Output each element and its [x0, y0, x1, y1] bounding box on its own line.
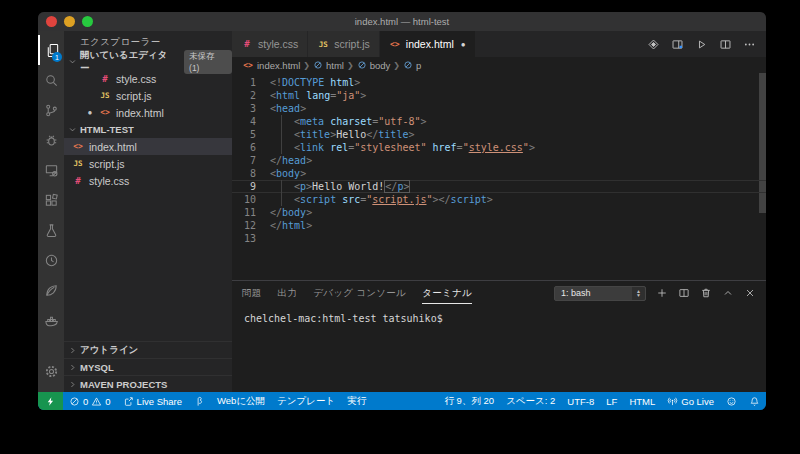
- terminal-output[interactable]: chelchel-mac:html-test tatsuhiko$: [232, 305, 766, 392]
- activity-extensions[interactable]: [38, 185, 64, 215]
- code-line-10[interactable]: 10 <script src="script.js"></script>: [232, 193, 766, 206]
- code-token: [270, 141, 294, 154]
- status-go-live[interactable]: Go Live: [661, 392, 720, 410]
- status-encoding[interactable]: UTF-8: [561, 392, 600, 410]
- status-language-mode[interactable]: HTML: [623, 392, 661, 410]
- warning-icon: [91, 396, 102, 407]
- code-token: title: [378, 129, 408, 140]
- open-preview-icon[interactable]: [671, 38, 684, 51]
- status-publish-web-status[interactable]: Webに公開: [211, 392, 271, 410]
- status-notifications[interactable]: [743, 392, 766, 410]
- sidebar-section-MYSQL[interactable]: MYSQL: [64, 358, 232, 375]
- code-token: body: [282, 207, 306, 218]
- status-label: HTML: [629, 396, 655, 407]
- code-token: >: [306, 220, 312, 231]
- code-line-5[interactable]: 5 <title>Hello</title>: [232, 128, 766, 141]
- activity-search[interactable]: [38, 65, 64, 95]
- settings-gear-icon: [44, 364, 59, 379]
- code-line-12[interactable]: 12</html>: [232, 219, 766, 232]
- run-icon[interactable]: [695, 38, 708, 51]
- status-problems-status[interactable]: 00: [63, 392, 117, 410]
- breadcrumb-item-html[interactable]: html: [313, 60, 344, 71]
- status-eol[interactable]: LF: [600, 392, 623, 410]
- tab-style.css[interactable]: #style.css: [232, 31, 308, 57]
- source-control-icon: [44, 103, 59, 118]
- status-live-share-status[interactable]: Live Share: [117, 392, 188, 410]
- folder-header[interactable]: HTML-TEST: [64, 121, 232, 138]
- close-panel-icon[interactable]: [744, 287, 756, 299]
- status-template-status[interactable]: テンプレート: [271, 392, 341, 410]
- activity-clock[interactable]: [38, 245, 64, 275]
- tab-index.html[interactable]: <>index.html●: [380, 31, 476, 57]
- section-label: アウトライン: [80, 344, 138, 357]
- status-cursor-position[interactable]: 行 9、列 20: [438, 392, 500, 410]
- tree-index.html[interactable]: <>index.html: [64, 138, 232, 155]
- code-line-1[interactable]: 1<!DOCTYPE html>: [232, 76, 766, 89]
- maximize-panel-icon[interactable]: [722, 287, 734, 299]
- code-line-13[interactable]: 13: [232, 232, 766, 245]
- breadcrumb-item-index.html[interactable]: <>index.html: [242, 60, 300, 71]
- code-line-8[interactable]: 8<body>: [232, 167, 766, 180]
- activity-live-server[interactable]: [38, 275, 64, 305]
- code-editor[interactable]: 1<!DOCTYPE html>2<html lang="ja">3<head>…: [232, 73, 766, 280]
- file-label: script.js: [116, 90, 152, 102]
- code-line-3[interactable]: 3<head>: [232, 102, 766, 115]
- prettier-icon[interactable]: [647, 38, 660, 51]
- code-token: >: [408, 129, 414, 140]
- breadcrumb[interactable]: <>index.html❯html❯body❯p: [232, 57, 766, 73]
- html-file-icon: <>: [389, 40, 401, 49]
- activity-source-control[interactable]: [38, 95, 64, 125]
- code-line-2[interactable]: 2<html lang="ja">: [232, 89, 766, 102]
- modified-dot-icon[interactable]: ●: [461, 40, 466, 49]
- status-label: テンプレート: [277, 395, 335, 408]
- file-label: style.css: [116, 73, 156, 85]
- tree-style.css[interactable]: #style.css: [64, 172, 232, 189]
- vscode-window: index.html — html-test 1 エクスプローラー 開いているエ…: [38, 12, 766, 410]
- status-run-status[interactable]: 実行: [341, 392, 372, 410]
- split-editor-icon[interactable]: [719, 38, 732, 51]
- code-token: </: [270, 207, 282, 218]
- panel-tab-出力[interactable]: 出力: [278, 283, 298, 304]
- tab-script.js[interactable]: JSscript.js: [308, 31, 380, 57]
- section-label: MAVEN PROJECTS: [80, 379, 167, 390]
- kill-terminal-icon[interactable]: [700, 287, 712, 299]
- code-line-11[interactable]: 11</body>: [232, 206, 766, 219]
- shell-select[interactable]: 1: bash ▲▼: [554, 286, 646, 301]
- activity-explorer[interactable]: 1: [38, 35, 64, 65]
- status-indentation[interactable]: スペース: 2: [500, 392, 561, 410]
- code-token: </: [439, 194, 451, 205]
- breadcrumb-item-body[interactable]: body: [357, 60, 391, 71]
- title-bar[interactable]: index.html — html-test: [38, 12, 766, 31]
- activity-debug[interactable]: [38, 125, 64, 155]
- status-feedback[interactable]: [720, 392, 743, 410]
- code-line-9[interactable]: 9 <p>Hello World!</p>: [232, 180, 766, 193]
- add-terminal-icon[interactable]: [656, 287, 668, 299]
- code-line-7[interactable]: 7</head>: [232, 154, 766, 167]
- js-file-icon: JS: [72, 159, 84, 168]
- open-editor-script.js[interactable]: JSscript.js: [64, 87, 232, 104]
- status-remote-indicator[interactable]: [38, 392, 63, 410]
- chevron-right-icon: [67, 379, 78, 390]
- breadcrumb-item-p[interactable]: p: [403, 60, 421, 71]
- split-terminal-icon[interactable]: [678, 287, 690, 299]
- panel-tab-ターミナル[interactable]: ターミナル: [422, 283, 472, 304]
- open-editors-header[interactable]: 開いているエディター 未保存 (1): [64, 53, 232, 70]
- activity-test-flask[interactable]: [38, 215, 64, 245]
- code-line-6[interactable]: 6 <link rel="stylesheet" href="style.css…: [232, 141, 766, 154]
- activity-docker[interactable]: [38, 305, 64, 335]
- panel-tab-問題[interactable]: 問題: [242, 283, 262, 304]
- code-line-4[interactable]: 4 <meta charset="utf-8">: [232, 115, 766, 128]
- error-icon: [69, 396, 80, 407]
- sidebar-section-MAVEN PROJECTS[interactable]: MAVEN PROJECTS: [64, 375, 232, 392]
- activity-settings[interactable]: [38, 356, 64, 386]
- tree-script.js[interactable]: JSscript.js: [64, 155, 232, 172]
- open-editor-index.html[interactable]: ●<>index.html: [64, 104, 232, 121]
- code-token: >: [306, 207, 312, 218]
- code-token: >: [360, 90, 366, 101]
- sidebar-section-アウトライン[interactable]: アウトライン: [64, 341, 232, 358]
- open-editor-style.css[interactable]: #style.css: [64, 70, 232, 87]
- more-actions-icon[interactable]: [743, 38, 756, 51]
- panel-tab-デバッグ コンソール[interactable]: デバッグ コンソール: [313, 283, 406, 304]
- activity-remote-explorer[interactable]: [38, 155, 64, 185]
- status-deploy-status[interactable]: [188, 392, 211, 410]
